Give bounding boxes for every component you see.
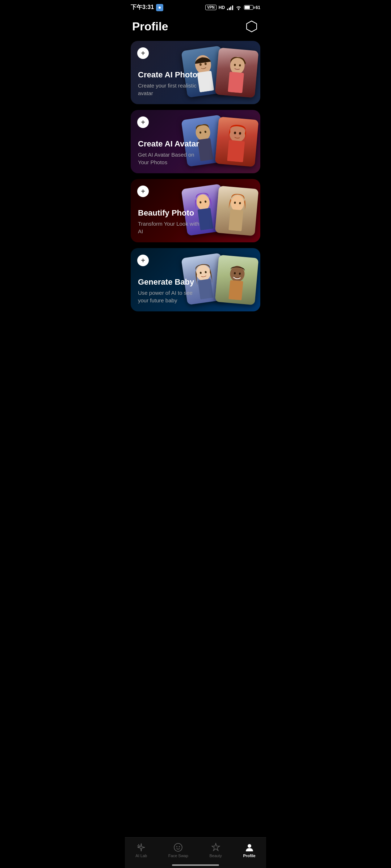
signal-icon <box>227 5 233 10</box>
plus-icon-2: + <box>141 119 145 126</box>
status-bar: 下午3:31 VPN HD 61 <box>125 0 266 13</box>
wifi-icon <box>235 5 242 10</box>
page-title: Profile <box>132 20 168 33</box>
svg-point-1 <box>159 7 161 9</box>
create-ai-photo-plus-btn[interactable]: + <box>137 47 149 59</box>
hd-badge: HD <box>219 5 225 10</box>
beautify-photo-title: Beautify Photo <box>138 208 253 218</box>
generate-baby-plus-btn[interactable]: + <box>137 255 149 266</box>
create-ai-photo-title: Create AI Photo <box>138 70 253 80</box>
plus-icon: + <box>141 50 145 57</box>
create-ai-photo-subtitle: Create your first realistic avatar <box>138 82 201 97</box>
create-ai-photo-card[interactable]: + Create AI Photo Create your first real… <box>131 41 260 104</box>
settings-button[interactable] <box>244 19 259 34</box>
generate-baby-card[interactable]: + Generate Baby Use power of AI to see y… <box>131 248 260 311</box>
status-time: 下午3:31 <box>131 4 154 11</box>
cards-container: + Create AI Photo Create your first real… <box>125 41 266 344</box>
beautify-photo-card[interactable]: + Beautify Photo Transform Your Look wit… <box>131 179 260 242</box>
status-left: 下午3:31 <box>131 4 163 11</box>
header: Profile <box>125 13 266 41</box>
beautify-photo-subtitle: Transform Your Look with AI <box>138 220 201 235</box>
generate-baby-subtitle: Use power of AI to see your future baby <box>138 289 201 304</box>
generate-baby-text: Generate Baby Use power of AI to see you… <box>138 277 253 304</box>
create-ai-avatar-title: Create AI Avatar <box>138 139 253 149</box>
hexagon-icon <box>245 20 258 33</box>
battery-icon <box>244 5 253 10</box>
vpn-badge: VPN <box>205 5 216 10</box>
create-ai-photo-text: Create AI Photo Create your first realis… <box>138 70 253 97</box>
generate-baby-title: Generate Baby <box>138 277 253 287</box>
beautify-photo-text: Beautify Photo Transform Your Look with … <box>138 208 253 235</box>
plus-icon-3: + <box>141 188 145 195</box>
create-ai-avatar-card[interactable]: + Create AI Avatar Get AI Avatar Based o… <box>131 110 260 173</box>
status-right: VPN HD 61 <box>205 5 260 10</box>
battery-percent: 61 <box>256 5 260 10</box>
create-ai-avatar-text: Create AI Avatar Get AI Avatar Based on … <box>138 139 253 166</box>
create-ai-avatar-plus-btn[interactable]: + <box>137 116 149 128</box>
create-ai-avatar-subtitle: Get AI Avatar Based on Your Photos <box>138 151 201 166</box>
beautify-photo-plus-btn[interactable]: + <box>137 186 149 197</box>
plus-icon-4: + <box>141 257 145 264</box>
app-status-icon <box>156 4 163 11</box>
